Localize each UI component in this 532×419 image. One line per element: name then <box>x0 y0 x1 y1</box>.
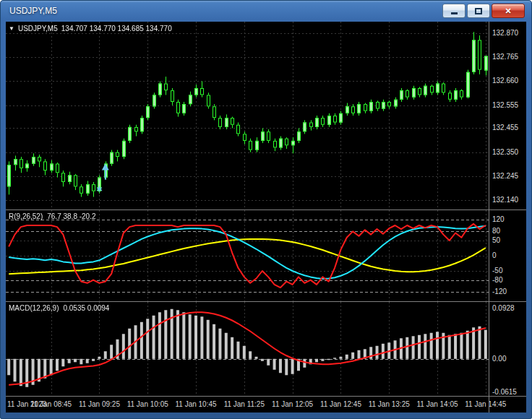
ohlc-values: 134.707 134.770 134.685 134.770 <box>61 25 172 33</box>
close-button[interactable]: ✕ <box>492 4 525 18</box>
macd-canvas[interactable] <box>6 302 489 396</box>
scale-tick-label: 0 <box>492 251 497 259</box>
scale-tick-label: 132.455 <box>492 124 518 131</box>
oscillator-values: 76.7 38.8 -20.2 <box>47 212 95 220</box>
time-axis-label: 11 Jan 14:05 <box>416 400 458 408</box>
price-panel: 132.870132.765132.660132.555132.455132.3… <box>6 22 526 209</box>
app-window: USDJPY,M5 ✕ 132.870132.765132.660132.555… <box>0 0 532 419</box>
scale-tick-label: 0.0928 <box>492 304 515 312</box>
oscillator-canvas[interactable] <box>6 210 489 301</box>
scale-tick-label: 132.245 <box>492 172 518 180</box>
time-axis-label: 11 Jan 11:25 <box>224 400 265 408</box>
scale-tick-label: -80 <box>492 276 502 284</box>
macd-panel: 0.09280.00-0.0615 MACD(12,26,9) 0.0535 0… <box>6 302 526 396</box>
maximize-icon <box>475 8 482 14</box>
maximize-button[interactable] <box>467 4 490 18</box>
scale-tick-label: 132.555 <box>492 101 518 109</box>
titlebar[interactable]: USDJPY,M5 ✕ <box>0 0 532 22</box>
quote-bar: ▼ USDJPY,M5 134.707 134.770 134.685 134.… <box>9 25 172 33</box>
scale-tick-label: 132.870 <box>492 29 518 37</box>
time-axis-label: 11 Jan 14:45 <box>465 400 506 408</box>
time-axis-label: 11 Jan 12:45 <box>320 400 361 408</box>
oscillator-name: R(9,26,52) <box>9 212 43 220</box>
minimize-button[interactable] <box>442 4 466 18</box>
scale-tick-label: -120 <box>492 288 507 295</box>
scale-divider <box>489 22 489 412</box>
price-chart-canvas[interactable] <box>6 22 489 209</box>
scale-tick-label: 0.00 <box>492 355 506 363</box>
scale-tick-label: 120 <box>492 215 505 223</box>
oscillator-scale[interactable]: 12080500-50-80-120 <box>489 210 526 301</box>
scale-tick-label: -0.0615 <box>492 388 517 396</box>
scale-tick-label: 132.765 <box>492 53 518 61</box>
scale-tick-label: 80 <box>492 227 500 235</box>
caption-buttons: ✕ <box>442 4 525 18</box>
time-axis-label: 11 Jan 09:25 <box>79 400 120 408</box>
time-axis-label: 11 Jan 10:05 <box>127 400 168 408</box>
window-title: USDJPY,M5 <box>9 6 57 16</box>
macd-values: 0.0535 0.0094 <box>63 304 109 312</box>
macd-name: MACD(12,26,9) <box>9 304 59 312</box>
chart-client-area: 132.870132.765132.660132.555132.455132.3… <box>6 22 526 412</box>
time-axis[interactable]: 11 Jan 202311 Jan 08:4511 Jan 09:2511 Ja… <box>6 397 526 412</box>
oscillator-panel: 12080500-50-80-120 R(9,26,52) 76.7 38.8 … <box>6 210 526 301</box>
close-icon: ✕ <box>505 7 511 15</box>
macd-label: MACD(12,26,9) 0.0535 0.0094 <box>9 304 109 312</box>
macd-scale[interactable]: 0.09280.00-0.0615 <box>489 302 526 396</box>
chart-dropdown-icon[interactable]: ▼ <box>9 26 14 32</box>
scale-tick-label: 50 <box>492 236 500 244</box>
time-axis-label: 11 Jan 12:05 <box>272 400 313 408</box>
time-axis-label: 11 Jan 13:25 <box>369 400 410 408</box>
scale-tick-label: -50 <box>492 267 502 275</box>
time-axis-label: 11 Jan 10:45 <box>175 400 216 408</box>
time-axis-label: 11 Jan 08:45 <box>30 400 72 408</box>
scale-tick-label: 132.350 <box>492 148 518 156</box>
minimize-icon <box>451 12 458 14</box>
scale-tick-label: 132.660 <box>492 77 518 85</box>
price-scale[interactable]: 132.870132.765132.660132.555132.455132.3… <box>489 22 526 209</box>
symbol-label: USDJPY,M5 <box>18 25 58 33</box>
scale-tick-label: 132.140 <box>492 196 518 204</box>
oscillator-label: R(9,26,52) 76.7 38.8 -20.2 <box>9 212 96 220</box>
